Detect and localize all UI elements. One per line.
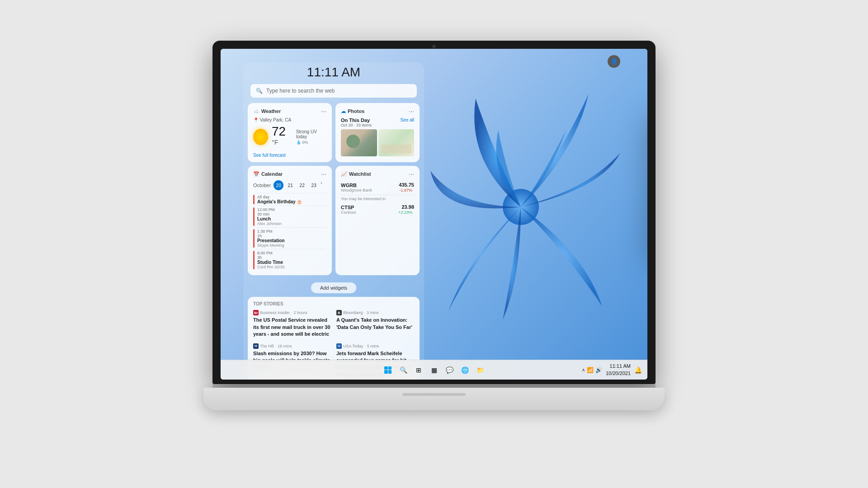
weather-location: 📍 Valley Park, CA — [253, 117, 326, 122]
start-button[interactable] — [382, 364, 394, 376]
photos-on-this-day-title: On This Day — [341, 117, 372, 123]
taskbar-widgets-button[interactable]: ▦ — [428, 364, 440, 376]
calendar-month-nav: October 20 21 22 23 › — [253, 180, 326, 190]
wifi-icon[interactable]: 📶 — [587, 367, 594, 373]
taskbar-search-icon: 🔍 — [400, 366, 407, 374]
win-logo-q4 — [388, 370, 392, 374]
calendar-date-pills: 20 21 22 23 › — [274, 180, 322, 190]
taskbar-taskview-icon: ⊞ — [416, 366, 421, 374]
calendar-date-23[interactable]: 23 — [309, 180, 319, 190]
event-bar — [253, 229, 255, 248]
stock-ticker-wgrb: WGRB — [341, 183, 372, 188]
taskbar-chat-button[interactable]: 💬 — [443, 364, 456, 376]
event-time: All day — [257, 195, 302, 199]
photo-thumbnail-1[interactable] — [341, 129, 377, 156]
add-widgets-button[interactable]: Add widgets — [311, 282, 356, 293]
widget-grid: ☁️ Weather ··· 📍 Valley Park, CA — [243, 103, 424, 280]
bloomberg-icon: B — [336, 310, 342, 315]
stock-change-wgrb: -1.67% — [397, 188, 414, 193]
taskbar-chat-icon: 💬 — [446, 366, 453, 374]
calendar-more-button[interactable]: ··· — [321, 170, 326, 178]
stock-name-wgrb: Woodgrove Bank — [341, 188, 372, 192]
win-logo-q2 — [388, 366, 392, 370]
stock-price-wgrb: 435.75 — [397, 182, 414, 188]
stock-name-ctsp: Contoso — [341, 210, 356, 215]
system-tray: ∧ 📶 🔊 — [582, 367, 602, 373]
stock-row-wgrb: WGRB Woodgrove Bank 435.75 -1.67% — [341, 180, 414, 195]
calendar-month-label: October — [253, 183, 271, 188]
calendar-widget: 📅 Calendar ··· October 20 21 22 — [248, 166, 332, 275]
stock-change-ctsp: +2.23% — [396, 210, 414, 215]
event-name: Presentation — [257, 238, 285, 243]
the-hill-icon: H — [253, 343, 259, 349]
temp-unit: °F — [272, 139, 278, 146]
calendar-date-20[interactable]: 20 — [274, 180, 283, 190]
news-item-1[interactable]: BI Business Insider · 2 hours The US Pos… — [253, 310, 331, 338]
weather-title: ☁️ Weather — [253, 108, 281, 114]
news-source-1: BI Business Insider · 2 hours — [253, 310, 331, 315]
event-detail: Skype Meeting — [257, 243, 285, 248]
stock-row-ctsp: CTSP Contoso 23.98 +2.23% — [341, 202, 414, 217]
windows-logo — [384, 366, 392, 374]
calendar-date-22[interactable]: 22 — [297, 180, 307, 190]
event-detail: Conf Rm 32/35 — [257, 265, 285, 269]
weather-description: Strong UV today — [296, 129, 326, 139]
desktop-background: 👤 11:11 AM 🔍 Type here to search the web — [221, 49, 647, 380]
widget-clock: 11:11 AM — [243, 62, 424, 84]
search-icon: 🔍 — [256, 88, 263, 94]
widget-search-bar[interactable]: 🔍 Type here to search the web — [250, 84, 417, 98]
laptop-screen: 👤 11:11 AM 🔍 Type here to search the web — [221, 49, 647, 380]
weather-widget: ☁️ Weather ··· 📍 Valley Park, CA — [248, 103, 332, 162]
taskbar-taskview-button[interactable]: ⊞ — [412, 364, 425, 376]
watchlist-more-button[interactable]: ··· — [409, 170, 414, 178]
taskbar-search-button[interactable]: 🔍 — [397, 364, 410, 376]
location-pin-icon: 📍 — [253, 117, 259, 122]
watchlist-icon: 📈 — [341, 171, 347, 177]
laptop-base — [203, 388, 665, 410]
photo-thumbnail-2[interactable] — [378, 129, 415, 156]
news-headline-1: The US Postal Service revealed its first… — [253, 317, 331, 338]
widget-panel: 11:11 AM 🔍 Type here to search the web ☁… — [243, 62, 424, 380]
calendar-event-lunch: 12:00 PM30 min Lunch Alex Johnson — [253, 206, 326, 227]
event-name: Studio Time — [257, 260, 285, 265]
news-source-4: U USA Today · 5 mins — [336, 343, 414, 349]
event-time: 6:00 PM3h — [257, 251, 285, 260]
see-full-forecast-link[interactable]: See full forecast — [253, 153, 326, 158]
tray-chevron[interactable]: ∧ — [582, 367, 585, 372]
weather-icon: ☁️ — [253, 108, 259, 114]
calendar-event-presentation: 1:30 PM1h Presentation Skype Meeting — [253, 227, 326, 249]
taskbar-widgets-icon: ▦ — [431, 366, 437, 374]
stock-interested-label: You may be interested in — [341, 195, 414, 202]
usa-today-icon: U — [336, 343, 342, 349]
calendar-title: 📅 Calendar — [253, 171, 283, 177]
taskbar-time-display: 11:11 AM — [606, 363, 631, 370]
taskbar: 🔍 ⊞ ▦ 💬 — [221, 360, 647, 380]
calendar-date-21[interactable]: 21 — [285, 180, 295, 190]
search-placeholder: Type here to search the web — [266, 88, 335, 94]
news-top-stories-label: TOP STORIES — [253, 301, 414, 306]
event-name: Lunch — [257, 216, 282, 221]
taskbar-fileexplorer-button[interactable]: 📁 — [474, 364, 486, 376]
weather-more-button[interactable]: ··· — [321, 108, 326, 115]
taskbar-edge-button[interactable]: 🌐 — [458, 364, 471, 376]
photos-see-all-link[interactable]: See all — [400, 117, 414, 122]
event-bar — [253, 251, 255, 269]
photos-date-info: Oct 20 · 33 items — [341, 123, 372, 127]
win-logo-q1 — [384, 366, 388, 370]
screen-bezel: 👤 11:11 AM 🔍 Type here to search the web — [212, 41, 656, 384]
taskbar-date-display: 10/20/2021 — [606, 370, 631, 377]
taskbar-clock[interactable]: 11:11 AM 10/20/2021 — [606, 363, 631, 377]
news-item-2[interactable]: B Bloomberg · 3 mins A Quant's Take on I… — [336, 310, 414, 338]
user-avatar[interactable]: 👤 — [608, 55, 620, 68]
notifications-icon[interactable]: 🔔 — [634, 366, 642, 374]
photos-more-button[interactable]: ··· — [409, 108, 414, 115]
event-bar — [253, 207, 255, 226]
calendar-more-dates[interactable]: › — [321, 180, 322, 190]
laptop: 👤 11:11 AM 🔍 Type here to search the web — [208, 41, 660, 447]
calendar-event-birthday: All day Angela's Birthday 🎂 — [253, 193, 326, 206]
volume-icon[interactable]: 🔊 — [595, 367, 602, 373]
news-source-2: B Bloomberg · 3 mins — [336, 310, 414, 315]
laptop-hinge — [212, 384, 656, 388]
taskbar-fileexplorer-icon: 📁 — [476, 366, 484, 374]
photos-cloud-icon: ☁ — [341, 108, 346, 114]
